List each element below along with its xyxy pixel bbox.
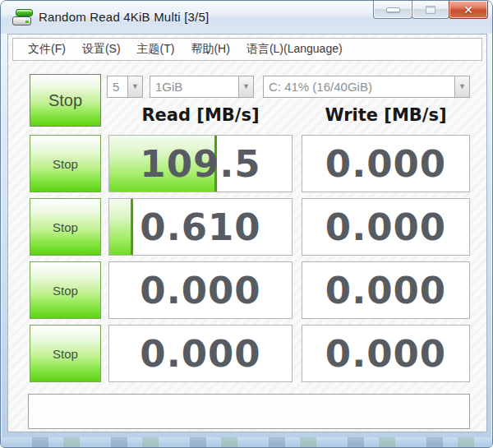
test-size-combo[interactable]: 1GiB ▼ bbox=[150, 76, 254, 98]
test-count-value: 5 bbox=[108, 80, 127, 94]
close-icon: ✕ bbox=[463, 4, 473, 16]
window-bottom-border bbox=[1, 437, 492, 447]
write-value: 0.000 bbox=[302, 199, 469, 255]
write-value: 0.000 bbox=[302, 136, 469, 192]
disk-top-icon bbox=[16, 9, 33, 16]
combo-arrow-button[interactable]: ▼ bbox=[238, 76, 253, 97]
write-value: 0.000 bbox=[302, 326, 469, 381]
menu-language[interactable]: 语言(L)(Language) bbox=[238, 39, 351, 59]
chevron-down-icon: ▼ bbox=[458, 83, 466, 90]
read-result-cell: 0.000 bbox=[108, 325, 293, 382]
window-controls: ✕ bbox=[373, 1, 488, 19]
menu-theme[interactable]: 主题(T) bbox=[129, 39, 183, 59]
minimize-icon bbox=[386, 7, 400, 12]
chevron-down-icon: ▼ bbox=[242, 83, 250, 90]
stop-row-button[interactable]: Stop bbox=[30, 325, 101, 382]
read-result-cell: 0.000 bbox=[108, 261, 293, 319]
menu-help[interactable]: 帮助(H) bbox=[182, 39, 237, 59]
target-drive-value: C: 41% (16/40GiB) bbox=[264, 80, 454, 94]
app-disk-icon bbox=[12, 8, 34, 28]
read-value: 109.5 bbox=[109, 136, 292, 192]
test-count-combo[interactable]: 5 ▼ bbox=[107, 76, 143, 98]
target-drive-combo[interactable]: C: 41% (16/40GiB) ▼ bbox=[263, 76, 470, 98]
chevron-down-icon: ▼ bbox=[131, 83, 139, 90]
read-value: 0.000 bbox=[109, 262, 292, 318]
minimize-button[interactable] bbox=[373, 1, 412, 19]
window-title: Random Read 4KiB Multi [3/5] bbox=[39, 10, 209, 24]
write-result-cell: 0.000 bbox=[302, 135, 470, 192]
comment-input[interactable] bbox=[28, 394, 470, 429]
read-column-header: Read [MB/s] bbox=[108, 104, 293, 127]
test-size-value: 1GiB bbox=[150, 80, 238, 94]
read-result-cell: 109.5 bbox=[108, 135, 293, 192]
title-bar[interactable]: Random Read 4KiB Multi [3/5] ✕ bbox=[1, 1, 492, 34]
combo-arrow-button[interactable]: ▼ bbox=[454, 76, 469, 97]
combo-arrow-button[interactable]: ▼ bbox=[127, 76, 142, 97]
disk-bottom-icon bbox=[12, 16, 31, 25]
write-result-cell: 0.000 bbox=[302, 261, 470, 319]
client-area: 文件(F) 设置(S) 主题(T) 帮助(H) 语言(L)(Language) … bbox=[7, 34, 487, 432]
stop-row-button[interactable]: Stop bbox=[30, 135, 101, 192]
maximize-button[interactable] bbox=[412, 1, 449, 19]
disk-led-icon bbox=[25, 21, 29, 23]
maximize-icon bbox=[426, 6, 435, 14]
stop-all-button[interactable]: Stop bbox=[30, 74, 101, 127]
read-value: 0.000 bbox=[109, 326, 292, 381]
read-value: 0.610 bbox=[109, 199, 292, 255]
write-column-header: Write [MB/s] bbox=[302, 104, 470, 127]
write-value: 0.000 bbox=[302, 262, 469, 318]
stop-row-button[interactable]: Stop bbox=[30, 198, 101, 256]
menu-bar: 文件(F) 设置(S) 主题(T) 帮助(H) 语言(L)(Language) bbox=[12, 38, 482, 61]
menu-settings[interactable]: 设置(S) bbox=[74, 39, 129, 59]
stop-row-button[interactable]: Stop bbox=[30, 261, 101, 319]
menu-file[interactable]: 文件(F) bbox=[20, 39, 74, 59]
app-window: Random Read 4KiB Multi [3/5] ✕ 文件(F) 设置(… bbox=[0, 0, 493, 448]
close-button[interactable]: ✕ bbox=[449, 1, 488, 19]
write-result-cell: 0.000 bbox=[302, 325, 470, 382]
write-result-cell: 0.000 bbox=[302, 198, 470, 256]
read-result-cell: 0.610 bbox=[108, 198, 293, 256]
